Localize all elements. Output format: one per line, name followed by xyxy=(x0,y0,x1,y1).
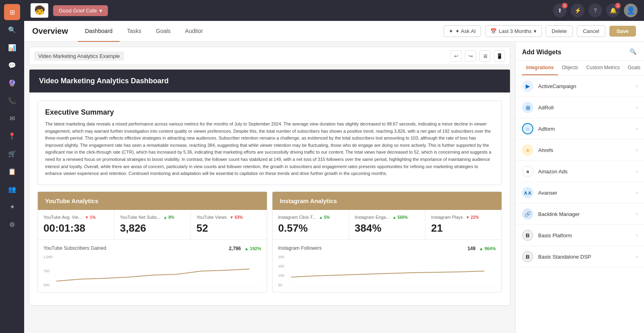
youtube-views-change: ▼ 63% xyxy=(230,215,243,220)
youtube-avg-view-value: 00:01:38 xyxy=(43,222,108,234)
instagram-engagement-label: Instagram Enga... ▲ 560% xyxy=(355,215,419,220)
avatar-button[interactable]: 👤 xyxy=(624,4,638,17)
redo-button[interactable]: ↪ xyxy=(465,50,476,62)
integration-basis-platform[interactable]: B Basis Platform › xyxy=(516,225,644,246)
right-panel-title: Add Widgets xyxy=(522,49,561,56)
youtube-chart-change: ▲ 192% xyxy=(244,246,261,251)
youtube-views-label: YouTube Views ▼ 63% xyxy=(196,215,261,220)
tab-objects[interactable]: Objects xyxy=(558,61,582,75)
integration-activecampaign[interactable]: ▶ ActiveCampaign › xyxy=(516,76,644,97)
integration-adform[interactable]: ○ Adform › xyxy=(516,118,644,140)
basis-standalone-dsp-chevron-icon: › xyxy=(636,254,638,259)
tab-goals[interactable]: Goals xyxy=(149,21,178,42)
basis-standalone-dsp-logo: B xyxy=(522,251,533,262)
integration-amazon-ads[interactable]: a Amazon Ads › xyxy=(516,161,644,182)
youtube-avg-view-change: ▼ 1% xyxy=(85,215,95,220)
calls-icon[interactable]: 📞 xyxy=(4,92,20,109)
location-icon[interactable]: 📍 xyxy=(4,128,20,144)
avanser-logo: ∧∧ xyxy=(522,187,533,198)
integration-basis-standalone-dsp[interactable]: B Basis Standalone DSP › xyxy=(516,246,644,267)
tab-integrations[interactable]: Integrations xyxy=(522,61,558,75)
workspace-label: Good Grief Cafe xyxy=(59,8,97,14)
undo-button[interactable]: ↩ xyxy=(450,50,462,62)
tab-auditor[interactable]: Auditor xyxy=(178,21,210,42)
bell-icon-button[interactable]: 🔔 1 xyxy=(606,4,620,17)
tab-dashboard[interactable]: Dashboard xyxy=(78,21,120,42)
instagram-chart-section: Instagram Followers 149 ▲ 964% 200 xyxy=(272,240,502,292)
exec-summary-body: The latest marketing data reveals a mixe… xyxy=(45,121,494,177)
tab-custom-metrics[interactable]: Custom Metrics xyxy=(582,61,623,75)
youtube-metrics-row: YouTube Avg. Vie... ▼ 1% 00:01:38 YouTub… xyxy=(38,210,267,240)
right-panel-header: Add Widgets 🔍 xyxy=(516,42,644,61)
date-range-button[interactable]: 📅 Last 3 Months ▾ xyxy=(485,25,542,37)
reports-icon[interactable]: 📋 xyxy=(4,163,20,179)
instagram-chart-svg xyxy=(291,255,496,287)
dashboard-inner: Video Marketing Analytics Dashboard Exec… xyxy=(29,69,510,306)
instagram-chart-change: ▲ 964% xyxy=(479,246,496,251)
instagram-chart-area: 200 150 100 50 xyxy=(278,255,496,287)
dashboard-icon[interactable]: ⊞ xyxy=(4,4,20,20)
activecampaign-name: ActiveCampaign xyxy=(538,83,636,89)
instagram-plays-value: 21 xyxy=(431,222,496,234)
youtube-analytics-title: YouTube Analytics xyxy=(45,197,98,204)
users-icon[interactable]: 👥 xyxy=(4,181,20,197)
instagram-analytics-section: Instagram Analytics Instagram Click-T...… xyxy=(272,191,502,292)
content-row: Video Marketing Analytics Example ↩ ↪ 🖥 … xyxy=(24,42,644,333)
lightning-icon-button[interactable]: ⚡ xyxy=(571,4,584,17)
activecampaign-logo: ▶ xyxy=(522,80,533,92)
executive-summary: Executive Summary The latest marketing d… xyxy=(37,101,502,185)
instagram-ctr-metric: Instagram Click-T... ▲ 5% 0.57% xyxy=(272,210,349,239)
youtube-analytics-header: YouTube Analytics xyxy=(38,192,267,210)
desktop-view-button[interactable]: 🖥 xyxy=(479,50,491,62)
instagram-plays-change: ▼ 22% xyxy=(466,215,479,220)
backlink-manager-logo: 🔗 xyxy=(522,208,533,220)
instagram-ctr-value: 0.57% xyxy=(278,222,343,234)
instagram-ctr-label: Instagram Click-T... ▲ 5% xyxy=(278,215,343,220)
mobile-view-button[interactable]: 📱 xyxy=(494,50,505,62)
amazon-ads-name: Amazon Ads xyxy=(538,169,636,175)
integrations-icon[interactable]: ✦ xyxy=(4,199,20,215)
date-chevron-icon: ▾ xyxy=(534,28,537,34)
instagram-chart-value-group: 149 ▲ 964% xyxy=(467,245,496,252)
instagram-engagement-metric: Instagram Enga... ▲ 560% 384% xyxy=(349,210,425,239)
instagram-analytics-header: Instagram Analytics xyxy=(272,192,502,210)
youtube-avg-view-metric: YouTube Avg. Vie... ▼ 1% 00:01:38 xyxy=(38,210,114,239)
youtube-net-subs-metric: YouTube Net Subs... ▲ 8% 3,826 xyxy=(114,210,191,239)
upload-icon-button[interactable]: ⬆ 2 xyxy=(553,4,567,17)
tab-tasks[interactable]: Tasks xyxy=(120,21,149,42)
workspace-button[interactable]: Good Grief Cafe ▾ xyxy=(53,5,108,16)
integration-adroll[interactable]: ◎ AdRoll › xyxy=(516,97,644,118)
ahrefs-name: Ahrefs xyxy=(538,147,636,153)
topnav-right: ⬆ 2 ⚡ ? 🔔 1 👤 xyxy=(553,4,638,17)
tab-goals[interactable]: Goals xyxy=(624,61,644,75)
ask-ai-button[interactable]: ✦ ✦ Ask AI xyxy=(444,25,481,37)
settings-icon[interactable]: ⚙ xyxy=(4,216,20,232)
search-icon[interactable]: 🔍 xyxy=(4,22,20,38)
integration-avanser[interactable]: ∧∧ Avanser › xyxy=(516,182,644,204)
dashboard-tabbar: Video Marketing Analytics Example ↩ ↪ 🖥 … xyxy=(29,47,510,65)
youtube-net-subs-label: YouTube Net Subs... ▲ 8% xyxy=(120,215,185,220)
cancel-button[interactable]: Cancel xyxy=(577,25,605,37)
amazon-ads-logo: a xyxy=(522,166,533,177)
right-panel-search-icon[interactable]: 🔍 xyxy=(630,48,638,56)
dashboard-area: Video Marketing Analytics Example ↩ ↪ 🖥 … xyxy=(24,42,515,333)
page-title: Overview xyxy=(32,27,68,36)
adform-logo: ○ xyxy=(522,123,533,134)
mail-icon[interactable]: ✉ xyxy=(4,110,20,126)
delete-button[interactable]: Delete xyxy=(546,25,573,37)
left-sidebar: ⊞ 🔍 📊 💬 🔮 📞 ✉ 📍 🛒 📋 👥 ✦ ⚙ xyxy=(0,0,24,333)
goals-icon[interactable]: 🔮 xyxy=(4,75,20,91)
analytics-icon[interactable]: 📊 xyxy=(4,39,20,56)
logo: 🧒 xyxy=(31,3,48,18)
shop-icon[interactable]: 🛒 xyxy=(4,146,20,162)
chat-icon[interactable]: 💬 xyxy=(4,57,20,73)
topnav: 🧒 Good Grief Cafe ▾ ⬆ 2 ⚡ ? 🔔 1 👤 xyxy=(24,0,644,21)
adform-chevron-icon: › xyxy=(636,126,638,132)
instagram-ctr-change: ▲ 5% xyxy=(319,215,330,220)
integration-backlink-manager[interactable]: 🔗 Backlink Manager › xyxy=(516,204,644,225)
save-button[interactable]: Save xyxy=(609,26,636,37)
youtube-avg-view-label: YouTube Avg. Vie... ▼ 1% xyxy=(43,215,108,220)
help-icon-button[interactable]: ? xyxy=(588,4,602,17)
dashboard-header-title: Video Marketing Analytics Dashboard xyxy=(39,77,169,85)
integration-ahrefs[interactable]: a Ahrefs › xyxy=(516,140,644,161)
